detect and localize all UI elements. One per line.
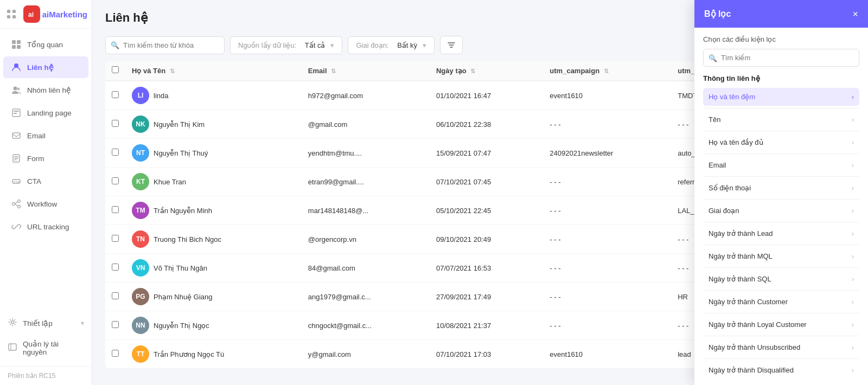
contact-utm-campaign: - - - [543, 283, 671, 311]
contact-utm-campaign: - - - [543, 196, 671, 225]
contact-name: Truong Thi Bich Ngoc [154, 235, 221, 243]
sidebar-item-label: Landing page [27, 109, 72, 117]
search-icon: 🔍 [111, 41, 119, 49]
stage-select[interactable]: Giai đoạn: Bất kỳ ▾ [348, 36, 435, 54]
contact-created: 01/10/2021 16:47 [430, 81, 543, 110]
sidebar-item-cta[interactable]: CTA CTA [3, 170, 88, 192]
filter-option-ho-va-ten-day-du[interactable]: Họ và tên đầy đủ› [703, 133, 859, 151]
sidebar-item-lien-he[interactable]: Liên hệ [3, 56, 88, 78]
select-all-checkbox[interactable] [112, 66, 119, 73]
filter-button[interactable] [440, 36, 463, 54]
filter-option-ho-va-ten-dem[interactable]: Họ và tên đệm› [703, 88, 859, 106]
row-checkbox[interactable] [112, 264, 119, 271]
filter-option-label: Ngày trở thành Disqualified [709, 366, 794, 374]
chevron-right-icon: › [852, 229, 854, 238]
svg-line-27 [15, 204, 18, 206]
panel-search-wrap: 🔍 [703, 49, 859, 67]
col-email: Email ⇅ [302, 61, 430, 81]
contact-name: Nguyễn Thị Kim [154, 120, 205, 129]
filter-option-ngay-tro-thanh-disqualified[interactable]: Ngày trở thành Disqualified› [703, 361, 859, 379]
contact-created: 09/10/2021 20:49 [430, 225, 543, 254]
filter-option-ngay-tro-thanh-mql[interactable]: Ngày trở thành MQL› [703, 247, 859, 265]
row-checkbox[interactable] [112, 321, 119, 328]
source-value: Tất cả [305, 41, 326, 49]
contact-created: 06/10/2021 22:38 [430, 110, 543, 139]
sidebar-item-tong-quan[interactable]: Tổng quan [3, 34, 88, 55]
search-input[interactable] [105, 36, 225, 54]
row-checkbox[interactable] [112, 149, 119, 156]
sidebar-item-url-tracking[interactable]: URL tracking [3, 216, 88, 238]
row-checkbox[interactable] [112, 206, 119, 213]
panel-close-button[interactable]: × [852, 9, 858, 19]
row-checkbox[interactable] [112, 91, 119, 98]
filter-option-ten[interactable]: Tên› [703, 111, 859, 129]
resource-label: Quản lý tài nguyên [23, 339, 84, 356]
panel-body: Chọn các điều kiện lọc 🔍 Thông tin liên … [694, 28, 868, 385]
settings-label: Thiết lập [23, 319, 53, 328]
contact-name: Trần Phương Ngọc Tú [154, 350, 224, 358]
divider [703, 267, 859, 268]
chevron-right-icon: › [852, 161, 854, 169]
sidebar-item-label: URL tracking [27, 223, 69, 231]
sidebar-item-nhom-lien-he[interactable]: Nhóm liên hệ [3, 79, 88, 101]
filter-option-ngay-tro-thanh-loyal-customer[interactable]: Ngày trở thành Loyal Customer› [703, 316, 859, 333]
svg-rect-19 [14, 158, 18, 159]
filter-option-ngay-tro-thanh-lead[interactable]: Ngày trở thành Lead› [703, 224, 859, 242]
sidebar-item-label: Tổng quan [27, 40, 63, 49]
filter-option-so-dien-thoai[interactable]: Số điện thoại› [703, 179, 859, 197]
contact-utm-campaign: - - - [543, 168, 671, 196]
row-checkbox[interactable] [112, 292, 119, 299]
filter-option-giai-doan[interactable]: Giai đoạn› [703, 202, 859, 220]
avatar: NN [132, 317, 149, 334]
contact-name: linda [154, 92, 168, 100]
link-icon [11, 221, 22, 232]
person-icon [11, 62, 22, 73]
workflow-icon [11, 198, 22, 209]
panel-search-input[interactable] [703, 49, 859, 67]
sidebar-item-thiet-lap[interactable]: Thiết lập ▾ [0, 312, 92, 334]
chevron-down-icon: ▾ [330, 41, 334, 49]
filter-option-ngay-tro-thanh-sql[interactable]: Ngày trở thành SQL› [703, 270, 859, 288]
brand-name: aiMarketing [42, 10, 87, 19]
chevron-right-icon: › [852, 320, 854, 329]
filter-option-email[interactable]: Email› [703, 156, 859, 174]
row-checkbox[interactable] [112, 177, 119, 184]
avatar: TM [132, 202, 149, 219]
divider [703, 336, 859, 336]
filter-option-ngay-tro-thanh-customer[interactable]: Ngày trở thành Customer› [703, 293, 859, 311]
filter-option-ngay-tro-thanh-unsubscribed[interactable]: Ngày trở thành Unsubscribed› [703, 338, 859, 356]
sidebar-item-label: CTA [27, 177, 41, 185]
email-icon [11, 130, 22, 141]
contact-created: 07/07/2021 16:53 [430, 254, 543, 283]
row-checkbox[interactable] [112, 235, 119, 242]
stage-label: Giai đoạn: [356, 41, 388, 49]
contact-name: Nguyễn Thị Thuý [154, 149, 208, 157]
divider [703, 245, 859, 245]
sidebar-item-label: Email [27, 132, 46, 140]
svg-point-12 [17, 88, 20, 91]
avatar: LI [132, 87, 149, 104]
landing-icon [11, 107, 22, 118]
svg-rect-1 [12, 10, 16, 13]
chevron-right-icon: › [852, 138, 854, 146]
contact-email: etran99@gmail.... [302, 168, 430, 196]
sidebar-item-email[interactable]: Email [3, 125, 88, 146]
contact-utm-campaign: - - - [543, 254, 671, 283]
grid-menu-icon[interactable] [4, 7, 19, 22]
col-utm-campaign: utm_campaign ⇅ [543, 61, 671, 81]
sidebar-item-form[interactable]: Form [3, 147, 88, 169]
panel-search-icon: 🔍 [709, 54, 717, 62]
svg-rect-15 [14, 113, 17, 114]
avatar: NT [132, 144, 149, 162]
contact-utm-campaign: event1610 [543, 81, 671, 110]
row-checkbox[interactable] [112, 120, 119, 127]
contact-utm-campaign: 24092021newsletter [543, 139, 671, 168]
settings-icon [8, 317, 17, 329]
contact-created: 15/09/2021 07:47 [430, 139, 543, 168]
row-checkbox[interactable] [112, 350, 119, 357]
contact-created: 27/09/2021 17:49 [430, 283, 543, 311]
sidebar-item-landing-page[interactable]: Landing page [3, 102, 88, 124]
sidebar-item-resource[interactable]: Quản lý tài nguyên [0, 334, 92, 362]
source-select[interactable]: Nguồn lấy dữ liệu: Tất cả ▾ [230, 36, 342, 54]
sidebar-item-workflow[interactable]: Workflow [3, 193, 88, 215]
